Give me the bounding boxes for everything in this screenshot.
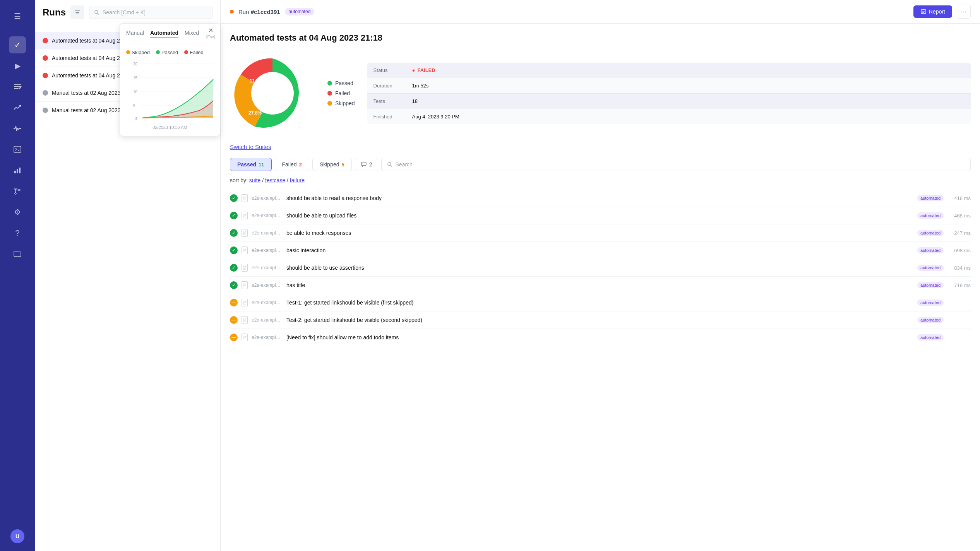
- failed-dot: [327, 91, 332, 96]
- svg-rect-31: [362, 162, 366, 166]
- filter-overlay: ✕ [Esc] Manual Automated Mixed Skipped P…: [120, 23, 220, 136]
- report-label: Report: [929, 9, 945, 15]
- tab-passed[interactable]: Passed 11: [230, 158, 272, 171]
- close-icon: ✕: [208, 27, 213, 34]
- skipped-label: Skipped: [335, 100, 355, 106]
- chart-icon[interactable]: [9, 162, 26, 179]
- test-automated-badge: automated: [917, 247, 944, 253]
- svg-rect-2: [14, 88, 19, 89]
- user-avatar[interactable]: U: [10, 529, 24, 543]
- test-row[interactable]: ✓ 📄 e2e-examples... should be able to re…: [230, 190, 971, 207]
- test-file-icon: 📄: [242, 264, 248, 272]
- pulse-icon[interactable]: [9, 120, 26, 137]
- more-options-button[interactable]: ···: [957, 5, 971, 19]
- test-name: be able to mock responses: [286, 230, 913, 236]
- run-status-failed-icon: [43, 73, 48, 78]
- filter-tab-automated[interactable]: Automated: [150, 30, 178, 38]
- trending-icon[interactable]: [9, 99, 26, 116]
- search-bar[interactable]: Search [Cmd + K]: [89, 6, 212, 19]
- test-skipped-icon: —: [230, 316, 238, 324]
- svg-text:15: 15: [133, 76, 138, 80]
- sort-by-testcase[interactable]: testcase: [265, 177, 285, 183]
- test-time: 468 ms: [947, 213, 971, 219]
- status-row-finished: Finished Aug 4, 2023 9:20 PM: [367, 109, 971, 124]
- report-button[interactable]: Report: [913, 5, 952, 18]
- test-passed-icon: ✓: [230, 264, 238, 272]
- test-name: should be able to read a response body: [286, 195, 913, 201]
- status-details-table: Status ● FAILED Duration 1m 52s Tests 18…: [367, 63, 971, 124]
- sidebar: ☰ ✓ ▶ ⚙ ? U: [0, 0, 35, 551]
- filter-tab-manual[interactable]: Manual: [126, 30, 144, 38]
- test-row[interactable]: — 📄 e2e-examples... [Need to fix] should…: [230, 329, 971, 346]
- run-status-failed-icon: [43, 55, 48, 61]
- filter-tab-mixed[interactable]: Mixed: [185, 30, 199, 38]
- search-input-container[interactable]: Search: [381, 158, 971, 171]
- folder-icon[interactable]: [9, 245, 26, 262]
- terminal-icon[interactable]: [9, 141, 26, 158]
- sort-by-failure[interactable]: failure: [290, 177, 305, 183]
- result-tabs: Passed 11 Failed 2 Skipped 5 2 Search: [230, 158, 971, 171]
- right-panel: Run #c1ccd391 automated Report ··· Autom…: [221, 0, 980, 551]
- tab-comments[interactable]: 2: [355, 158, 378, 171]
- chart-x-label: 02/2023 10:36 AM: [126, 125, 214, 130]
- test-row[interactable]: ✓ 📄 e2e-examples... should be able to up…: [230, 207, 971, 224]
- run-status-failed-icon: [43, 38, 48, 43]
- legend-passed-item: Passed: [327, 80, 355, 86]
- test-row[interactable]: ✓ 📄 e2e-examples... has title automated …: [230, 277, 971, 294]
- test-time: 247 ms: [947, 230, 971, 236]
- sort-by-suite[interactable]: suite: [249, 177, 261, 183]
- check-icon[interactable]: ✓: [9, 36, 26, 53]
- status-row-duration: Duration 1m 52s: [367, 78, 971, 94]
- menu-icon[interactable]: ☰: [9, 8, 26, 25]
- header-bar: Runs Search [Cmd + K]: [35, 0, 220, 25]
- svg-line-33: [391, 165, 392, 167]
- test-file-icon: 📄: [242, 229, 248, 237]
- finished-value: Aug 4, 2023 9:20 PM: [412, 114, 459, 120]
- top-bar: Run #c1ccd391 automated Report ···: [221, 0, 980, 24]
- filter-close-button[interactable]: ✕ [Esc]: [204, 27, 217, 39]
- filter-button[interactable]: [70, 5, 84, 19]
- svg-point-12: [95, 10, 98, 14]
- filter-tabs: Manual Automated Mixed: [126, 30, 214, 43]
- svg-text:5: 5: [133, 104, 135, 108]
- sort-separator-1: /: [262, 177, 265, 183]
- svg-text:0: 0: [135, 116, 137, 121]
- tab-skipped[interactable]: Skipped 5: [312, 158, 352, 171]
- page-title-runs: Runs: [43, 7, 66, 18]
- svg-rect-24: [921, 10, 926, 14]
- test-row[interactable]: ✓ 📄 e2e-examples... should be able to us…: [230, 259, 971, 277]
- left-panel: Runs Search [Cmd + K] ✕ [Esc] Manual Aut…: [35, 0, 221, 551]
- stats-row: 61.1% 27.8% 11.1% Passed Failed Skipped: [230, 51, 971, 136]
- tab-failed[interactable]: Failed 2: [275, 158, 309, 171]
- test-passed-icon: ✓: [230, 246, 238, 254]
- donut-legend: Passed Failed Skipped: [327, 80, 355, 106]
- switch-to-suites-link[interactable]: Switch to Suites: [230, 144, 271, 150]
- git-icon[interactable]: [9, 183, 26, 200]
- test-automated-badge: automated: [917, 265, 944, 271]
- test-row[interactable]: — 📄 e2e-examples... Test-2: get started …: [230, 311, 971, 329]
- test-name: should be able to upload files: [286, 212, 913, 219]
- test-row[interactable]: — 📄 e2e-examples... Test-1: get started …: [230, 294, 971, 311]
- content-area: Automated tests at 04 Aug 2023 21:18 61.…: [221, 24, 980, 551]
- svg-text:10: 10: [133, 90, 138, 94]
- help-icon[interactable]: ?: [9, 224, 26, 241]
- settings-icon[interactable]: ⚙: [9, 204, 26, 221]
- play-icon[interactable]: ▶: [9, 57, 26, 74]
- test-file-label: e2e-examples...: [252, 213, 283, 218]
- test-file-icon: 📄: [242, 334, 248, 341]
- run-id: #c1ccd391: [251, 9, 280, 15]
- test-file-label: e2e-examples...: [252, 317, 283, 323]
- svg-rect-5: [14, 171, 16, 173]
- status-row-tests: Tests 18: [367, 94, 971, 109]
- test-row[interactable]: ✓ 📄 e2e-examples... be able to mock resp…: [230, 224, 971, 242]
- test-time: 416 ms: [947, 195, 971, 201]
- legend-passed: Passed: [156, 50, 178, 55]
- tests-value: 18: [412, 98, 418, 104]
- status-key: Status: [373, 67, 412, 73]
- svg-rect-1: [14, 86, 21, 87]
- test-row[interactable]: ✓ 📄 e2e-examples... basic interaction au…: [230, 242, 971, 259]
- svg-text:20: 20: [133, 62, 138, 66]
- trend-chart: 20 15 10 5 0 02/2023: [126, 60, 214, 130]
- search-placeholder-text: Search: [396, 161, 413, 168]
- list-check-icon[interactable]: [9, 78, 26, 95]
